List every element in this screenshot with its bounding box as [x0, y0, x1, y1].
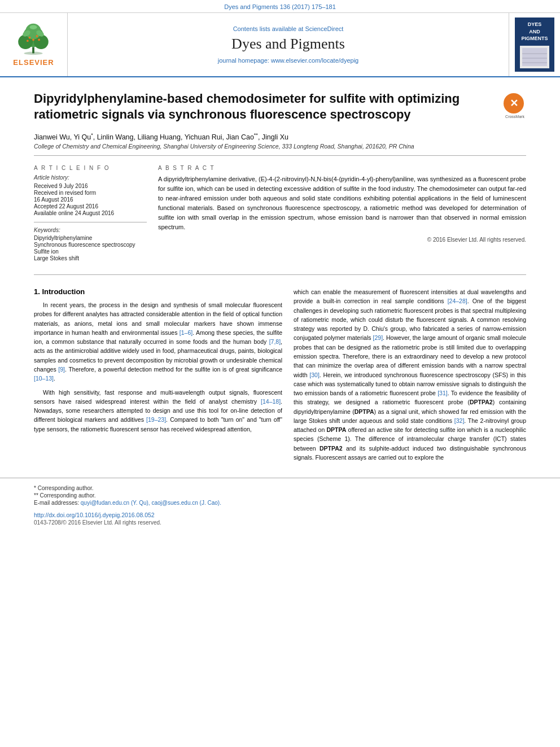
issn-line: 0143-7208/© 2016 Elsevier Ltd. All right…: [34, 519, 526, 526]
ref-link-32[interactable]: [32]: [454, 417, 465, 424]
doi-link[interactable]: http://dx.doi.org/10.1016/j.dyepig.2016.…: [34, 512, 526, 518]
intro-para-1: In recent years, the process in the desi…: [34, 300, 282, 383]
elsevier-tree-icon: [14, 22, 53, 56]
svg-point-8: [30, 25, 37, 29]
keyword-3: Sulfite ion: [34, 248, 147, 255]
email-links[interactable]: quyi@fudan.edu.cn (Y. Qu), caoj@sues.edu…: [81, 500, 221, 506]
article-info-abstract-section: A R T I C L E I N F O Article history: R…: [0, 160, 560, 267]
ref-link-24-28[interactable]: [24–28]: [448, 298, 467, 304]
article-title: Dipyridylphenylamine-based chemodosimete…: [34, 91, 492, 123]
svg-point-11: [33, 39, 35, 41]
footnote-left: * Corresponding author. ** Corresponding…: [34, 485, 221, 507]
body-right-text: which can enable the measurement of fluo…: [294, 287, 526, 462]
ref-link-30[interactable]: [30]: [309, 372, 320, 378]
divider-keywords: [34, 222, 147, 222]
received-revised-label: Received in revised form: [34, 190, 147, 196]
sciencedirect-line: Contents lists available at ScienceDirec…: [233, 25, 344, 32]
ref-link-1-6[interactable]: [1–6]: [180, 329, 193, 336]
svg-point-13: [38, 39, 41, 41]
sciencedirect-link-text[interactable]: ScienceDirect: [305, 25, 343, 32]
intro-para-2: With high sensitivity, fast response and…: [34, 388, 282, 434]
dyes-pigments-badge: DYES AND PIGMENTS: [515, 18, 554, 72]
ref-link-7-8[interactable]: [7,8]: [269, 338, 281, 345]
keywords-label: Keywords:: [34, 227, 147, 233]
svg-point-9: [29, 37, 31, 39]
corresponding-author-2: ** Corresponding author.: [34, 492, 221, 499]
right-para-1: which can enable the measurement of fluo…: [294, 287, 526, 462]
footnote-section: * Corresponding author. ** Corresponding…: [0, 478, 560, 526]
author-affiliation: College of Chemistry and Chemical Engine…: [34, 143, 526, 150]
body-right-col: which can enable the measurement of fluo…: [294, 287, 526, 466]
ref-link-9[interactable]: [9]: [58, 366, 65, 373]
author-sup-1: *: [91, 132, 93, 138]
keyword-2: Synchronous fluorescence spectroscopy: [34, 242, 147, 248]
available-online: Available online 24 August 2016: [34, 210, 147, 216]
abstract-col: A B S T R A C T A dipyridyltriphenylamin…: [158, 165, 526, 262]
svg-point-1: [24, 52, 43, 55]
keyword-4: Large Stokes shift: [34, 255, 147, 261]
received-date: Received 9 July 2016: [34, 183, 147, 189]
svg-point-12: [27, 40, 29, 42]
crossmark-section: ✕ CrossMark: [504, 93, 526, 119]
article-info-heading: A R T I C L E I N F O: [34, 165, 147, 171]
elsevier-logo-section: ELSEVIER: [0, 13, 68, 76]
ref-link-29[interactable]: [29]: [373, 334, 383, 341]
keywords-section: Keywords: Dipyridyltriphenylamine Synchr…: [34, 227, 147, 261]
svg-rect-15: [522, 48, 547, 66]
ref-link-19-23[interactable]: [19–23]: [146, 416, 166, 423]
intro-heading: 1. Introduction: [34, 287, 282, 296]
ref-link-14-18[interactable]: [14–18]: [261, 398, 281, 405]
article-info-col: A R T I C L E I N F O Article history: R…: [34, 165, 147, 262]
article-history-label: Article history:: [34, 174, 147, 181]
ref-link-10-13[interactable]: [10–13]: [34, 375, 54, 382]
journal-citation-bar: Dyes and Pigments 136 (2017) 175–181: [0, 0, 560, 13]
email-addresses: E-mail addresses: quyi@fudan.edu.cn (Y. …: [34, 500, 221, 506]
journal-center-info: Contents lists available at ScienceDirec…: [68, 13, 509, 76]
revised-date: 16 August 2016: [34, 196, 147, 203]
journal-homepage-line: journal homepage: www.elsevier.com/locat…: [218, 57, 358, 64]
article-title-wrapper: Dipyridylphenylamine-based chemodosimete…: [34, 91, 492, 123]
abstract-heading: A B S T R A C T: [158, 165, 526, 171]
author-sup-2: **: [254, 132, 258, 138]
divider-2: [34, 274, 526, 275]
body-left-col: 1. Introduction In recent years, the pro…: [34, 287, 282, 466]
intro-body-text: In recent years, the process in the desi…: [34, 300, 282, 434]
copyright-line: © 2016 Elsevier Ltd. All rights reserved…: [158, 237, 526, 243]
journal-homepage-link[interactable]: www.elsevier.com/locate/dyepig: [271, 57, 358, 64]
journal-badge-section: DYES AND PIGMENTS: [509, 13, 560, 76]
divider-1: [34, 155, 526, 156]
ref-link-31[interactable]: [31]: [438, 390, 448, 396]
journal-header: ELSEVIER Contents lists available at Sci…: [0, 13, 560, 77]
footnote-cols: * Corresponding author. ** Corresponding…: [34, 485, 526, 507]
elsevier-wordmark: ELSEVIER: [13, 58, 54, 67]
corresponding-author-1: * Corresponding author.: [34, 485, 221, 491]
svg-point-10: [36, 35, 38, 37]
body-section: 1. Introduction In recent years, the pro…: [0, 279, 560, 466]
journal-citation: Dyes and Pigments 136 (2017) 175–181: [224, 3, 336, 10]
crossmark-icon[interactable]: ✕: [504, 93, 524, 113]
crossmark-label: CrossMark: [504, 115, 526, 119]
abstract-text: A dipyridyltriphenylamine derivative, (E…: [158, 174, 526, 232]
authors-section: Jianwei Wu, Yi Qu*, Linlin Wang, Liliang…: [0, 129, 560, 151]
accepted-date: Accepted 22 August 2016: [34, 203, 147, 209]
journal-title: Dyes and Pigments: [231, 36, 345, 53]
authors-list: Jianwei Wu, Yi Qu*, Linlin Wang, Liliang…: [34, 132, 526, 141]
keyword-1: Dipyridyltriphenylamine: [34, 235, 147, 241]
article-title-section: Dipyridylphenylamine-based chemodosimete…: [0, 77, 560, 129]
